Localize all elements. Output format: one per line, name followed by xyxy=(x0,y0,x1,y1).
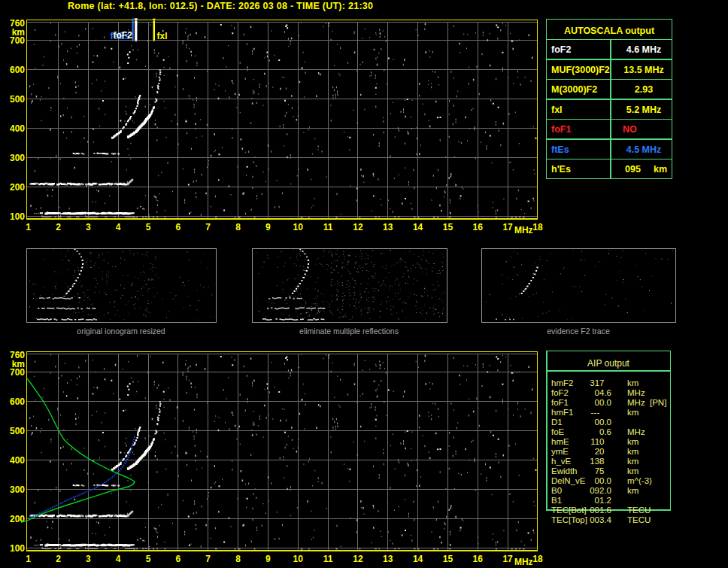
svg-text:14: 14 xyxy=(413,554,423,564)
svg-text:003.4: 003.4 xyxy=(590,515,611,524)
svg-text:3: 3 xyxy=(86,554,91,564)
svg-text:1: 1 xyxy=(26,222,31,232)
svg-text:10: 10 xyxy=(293,554,304,564)
svg-text:001.6: 001.6 xyxy=(590,506,611,515)
svg-text:6: 6 xyxy=(176,222,181,232)
svg-text:D1: D1 xyxy=(551,418,563,427)
svg-text:75: 75 xyxy=(595,466,605,475)
svg-text:500: 500 xyxy=(10,94,25,105)
svg-text:2: 2 xyxy=(56,554,61,564)
svg-text:fxl: fxl xyxy=(157,31,168,41)
svg-text:138: 138 xyxy=(590,457,604,466)
svg-text:evidence F2 trace: evidence F2 trace xyxy=(547,327,610,336)
svg-text:MHz: MHz xyxy=(627,398,645,407)
svg-text:600: 600 xyxy=(10,65,25,75)
svg-text:M(3000)F2: M(3000)F2 xyxy=(551,84,597,95)
svg-text:100: 100 xyxy=(10,211,25,222)
svg-text:hmE: hmE xyxy=(551,437,569,446)
svg-text:4.5 MHz: 4.5 MHz xyxy=(626,144,662,155)
svg-text:317: 317 xyxy=(590,378,604,387)
svg-text:2: 2 xyxy=(56,222,61,232)
svg-text:foF2: foF2 xyxy=(114,30,133,41)
svg-text:MUF(3000)F2: MUF(3000)F2 xyxy=(551,65,610,75)
svg-text:km: km xyxy=(654,164,667,175)
svg-text:4: 4 xyxy=(116,222,121,232)
svg-text:---: --- xyxy=(591,408,600,417)
svg-text:AIP output: AIP output xyxy=(587,358,629,369)
svg-text:15: 15 xyxy=(443,222,453,232)
svg-text:300: 300 xyxy=(10,484,25,495)
svg-text:MHz: MHz xyxy=(627,427,645,436)
svg-text:092.0: 092.0 xyxy=(590,486,611,495)
svg-text:Rome (lat: +41.8, lon: 012.5): Rome (lat: +41.8, lon: 012.5) - DATE: 20… xyxy=(68,1,373,11)
svg-text:5.2 MHz: 5.2 MHz xyxy=(626,105,662,115)
svg-text:300: 300 xyxy=(10,153,25,163)
svg-text:13: 13 xyxy=(383,222,393,232)
svg-text:[PN]: [PN] xyxy=(650,398,666,407)
svg-text:4.6 MHz: 4.6 MHz xyxy=(626,44,662,55)
svg-text:h'Es: h'Es xyxy=(551,164,571,175)
svg-text:8: 8 xyxy=(235,554,241,564)
svg-text:3: 3 xyxy=(86,222,91,232)
svg-text:km: km xyxy=(627,437,639,446)
svg-text:16: 16 xyxy=(473,222,484,232)
svg-text:foF1: foF1 xyxy=(551,124,571,135)
svg-text:5: 5 xyxy=(146,222,151,232)
svg-text:700: 700 xyxy=(10,35,25,46)
svg-text:8: 8 xyxy=(235,222,241,232)
svg-text:7: 7 xyxy=(205,222,211,232)
svg-text:km: km xyxy=(627,486,639,495)
svg-text:DelN_vE: DelN_vE xyxy=(551,476,586,485)
svg-text:foF2: foF2 xyxy=(551,44,571,55)
svg-text:TEC[Bot]: TEC[Bot] xyxy=(551,506,587,515)
svg-text:12: 12 xyxy=(353,554,363,564)
svg-text:hmF2: hmF2 xyxy=(551,378,573,387)
svg-text:TEC[Top]: TEC[Top] xyxy=(551,515,587,524)
svg-text:km: km xyxy=(627,378,639,387)
svg-text:400: 400 xyxy=(10,455,25,466)
svg-text:9: 9 xyxy=(265,554,271,564)
svg-text:20: 20 xyxy=(595,447,605,456)
svg-text:00.0: 00.0 xyxy=(595,398,611,407)
svg-text:0.6: 0.6 xyxy=(599,427,611,436)
svg-text:Ewidth: Ewidth xyxy=(551,466,578,475)
svg-text:04.6: 04.6 xyxy=(595,388,611,397)
svg-text:original ionogram resized: original ionogram resized xyxy=(77,327,165,336)
svg-text:TECU: TECU xyxy=(627,506,651,515)
svg-text:13.5 MHz: 13.5 MHz xyxy=(623,65,664,75)
svg-text:11: 11 xyxy=(323,554,333,564)
svg-text:MHz: MHz xyxy=(514,225,533,235)
svg-text:110: 110 xyxy=(590,437,604,446)
svg-text:eliminate multiple reflections: eliminate multiple reflections xyxy=(299,327,399,336)
svg-text:fxl: fxl xyxy=(551,105,563,115)
svg-text:12: 12 xyxy=(353,222,363,232)
svg-text:foF1: foF1 xyxy=(551,398,569,407)
svg-text:ymE: ymE xyxy=(551,447,569,456)
svg-text:5: 5 xyxy=(146,554,151,564)
svg-text:400: 400 xyxy=(10,123,25,134)
svg-text:4: 4 xyxy=(116,554,121,564)
svg-text:700: 700 xyxy=(10,367,25,378)
svg-text:7: 7 xyxy=(205,554,211,564)
svg-text:km: km xyxy=(627,466,639,475)
svg-text:100: 100 xyxy=(10,543,25,554)
svg-text:00.0: 00.0 xyxy=(595,476,611,485)
svg-text:16: 16 xyxy=(473,554,484,564)
svg-text:km: km xyxy=(627,457,639,466)
svg-text:18: 18 xyxy=(532,222,543,232)
svg-text:6: 6 xyxy=(176,554,181,564)
svg-text:h_vE: h_vE xyxy=(551,457,572,466)
svg-text:17: 17 xyxy=(502,222,513,232)
svg-text:10: 10 xyxy=(293,222,304,232)
svg-text:km: km xyxy=(627,408,639,417)
svg-text:MHz: MHz xyxy=(514,557,533,567)
svg-text:17: 17 xyxy=(502,554,513,564)
svg-text:01.2: 01.2 xyxy=(595,496,611,505)
svg-text:B1: B1 xyxy=(551,496,562,505)
svg-text:MHz: MHz xyxy=(627,388,645,397)
svg-text:hmF1: hmF1 xyxy=(551,408,573,417)
svg-text:095: 095 xyxy=(625,164,641,175)
svg-text:AUTOSCALA output: AUTOSCALA output xyxy=(564,26,655,36)
svg-text:2.93: 2.93 xyxy=(635,84,653,95)
svg-text:m^(-3): m^(-3) xyxy=(627,476,652,485)
